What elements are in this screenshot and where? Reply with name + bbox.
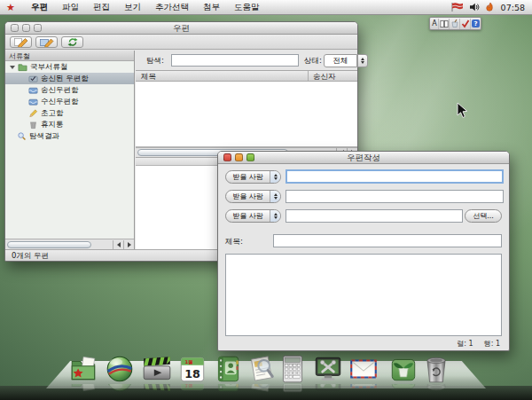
sidebar-horizontal-scrollbar[interactable] — [5, 239, 134, 249]
subject-label: 제목: — [225, 237, 243, 247]
close-button[interactable] — [11, 24, 19, 32]
tree-item-trash[interactable]: 휴지통 — [5, 119, 134, 130]
menu-edit[interactable]: 편집 — [86, 0, 117, 14]
state-dropdown[interactable]: 전체 — [324, 54, 357, 67]
dock-item-system-settings[interactable] — [312, 353, 344, 385]
menu-mail[interactable]: 우편 — [24, 0, 55, 14]
recipient-input-2[interactable] — [286, 190, 504, 203]
tree-item-local-folders[interactable]: 국부서류철 — [5, 61, 134, 73]
archive-box-icon — [387, 353, 419, 385]
compose-statusline: 렬: 1 행: 1 — [457, 339, 500, 349]
menu-options[interactable]: 추가선택 — [148, 0, 196, 14]
clock: 07:58 — [501, 3, 525, 12]
recipient-input-3[interactable] — [286, 209, 463, 223]
refresh-button[interactable] — [61, 36, 83, 48]
reply-icon — [39, 37, 55, 47]
search-label: 탐색: — [146, 56, 164, 67]
select-contact-button[interactable]: 선택... — [465, 209, 502, 223]
address-book-icon — [212, 353, 244, 385]
volume-icon[interactable] — [469, 2, 480, 12]
message-body-textarea[interactable] — [225, 254, 502, 336]
trash-icon — [28, 120, 38, 129]
tree-item-search-results[interactable]: 탐색결과 — [5, 130, 134, 142]
tree-label: 휴지통 — [41, 120, 64, 130]
recipient-label: 받을 사람 — [226, 171, 270, 183]
disclosure-triangle-icon[interactable] — [10, 66, 15, 69]
scroll-right-button[interactable] — [123, 240, 134, 249]
dock-item-calculator[interactable] — [277, 353, 309, 385]
tree-label: 탐색결과 — [29, 131, 59, 142]
recipient-row-2: 받을 사람 — [225, 190, 502, 204]
column-divider[interactable] — [308, 71, 309, 81]
search-input[interactable] — [171, 54, 299, 67]
zoom-button[interactable] — [34, 24, 42, 32]
calendar-day: 18 — [184, 367, 200, 380]
red-star-logo-icon[interactable]: ★ — [6, 1, 15, 14]
recipient-input-1[interactable] — [286, 169, 504, 184]
minimize-button[interactable] — [235, 153, 243, 161]
calendar-month: 1월 — [185, 359, 193, 365]
compose-window: 우편작성 받을 사람 받을 사람 받을 사람 선택... 제목: — [217, 151, 510, 351]
palette-check-icon[interactable] — [461, 19, 471, 29]
compose-window-titlebar[interactable]: 우편작성 — [218, 152, 509, 164]
menu-attach[interactable]: 첨부 — [196, 0, 227, 14]
ime-indicator-icon[interactable] — [486, 2, 495, 12]
recipient-stepper-icon — [270, 210, 280, 222]
refresh-icon — [66, 37, 79, 47]
reply-button[interactable] — [35, 36, 58, 48]
folder-icon — [18, 62, 27, 72]
mail-window-titlebar[interactable]: 우편 — [5, 22, 357, 35]
close-button[interactable] — [223, 153, 231, 161]
recipient-type-dropdown[interactable]: 받을 사람 — [225, 170, 281, 184]
message-list[interactable] — [136, 82, 357, 147]
search-row: 탐색: 상태: 전체 — [136, 51, 357, 70]
mailbox-check-icon — [28, 74, 38, 83]
compose-icon — [13, 37, 29, 47]
subject-input[interactable] — [273, 234, 502, 247]
scroll-left-button[interactable] — [113, 240, 123, 249]
mail-icon — [348, 353, 379, 385]
state-dropdown-stepper[interactable] — [357, 54, 368, 67]
outbox-icon — [28, 85, 38, 95]
recipient-type-dropdown[interactable]: 받을 사람 — [225, 190, 281, 203]
dock-item-calendar[interactable]: 1월 18 1월 18 — [176, 353, 208, 385]
tree-item-sent-mailbox[interactable]: 송신된 우편함 — [5, 73, 134, 84]
recipient-stepper-icon — [270, 171, 280, 183]
menubar: ★ 우편 파일 편집 보기 추가선택 첨부 도움말 07:58 — [0, 0, 532, 15]
palette-brush-cup-icon[interactable] — [450, 19, 460, 29]
palette-columns-icon[interactable] — [440, 19, 450, 29]
menu-file[interactable]: 파일 — [55, 0, 86, 14]
compose-body: 받을 사람 받을 사람 받을 사람 선택... 제목: 렬: — [218, 165, 509, 350]
message-list-header: 제목 송신자 — [136, 70, 357, 82]
tree-item-outbox[interactable]: 송신우편함 — [5, 84, 134, 96]
magnifier-icon — [17, 131, 27, 141]
recipient-type-dropdown[interactable]: 받을 사람 — [225, 209, 281, 223]
file-manager-icon — [68, 353, 100, 385]
help-icon: ? — [472, 20, 480, 27]
zoom-button[interactable] — [246, 153, 254, 161]
dock-item-address-book[interactable] — [212, 353, 244, 385]
mouse-cursor — [457, 102, 468, 119]
menu-view[interactable]: 보기 — [117, 0, 148, 14]
tree-item-inbox[interactable]: 수신우편함 — [5, 96, 134, 107]
menu-help[interactable]: 도움말 — [227, 0, 267, 14]
dock-item-media-player[interactable] — [141, 353, 173, 385]
palette-help-button[interactable]: ? — [472, 19, 481, 29]
folder-tree: 국부서류철 송신된 우편함 송신우편함 — [5, 61, 134, 239]
palette-font-button[interactable]: A — [430, 19, 439, 29]
dock-item-web-browser[interactable] — [104, 353, 136, 385]
tree-item-drafts[interactable]: 초고함 — [5, 107, 134, 119]
scrollbar-thumb[interactable] — [7, 241, 91, 248]
dock-item-trash[interactable] — [420, 353, 452, 385]
dock-item-document-viewer[interactable] — [246, 353, 278, 385]
folder-sidebar: 서류철 국부서류철 송신된 우편함 — [5, 51, 135, 249]
dock-item-file-manager[interactable] — [68, 353, 100, 385]
inbox-icon — [28, 97, 38, 106]
dock-item-mail[interactable] — [348, 353, 379, 385]
tree-label: 국부서류철 — [30, 62, 68, 73]
recipient-row-3: 받을 사람 선택... — [225, 209, 502, 224]
dock-item-archive-box[interactable] — [387, 353, 419, 385]
minimize-button[interactable] — [22, 24, 30, 32]
flag-icon[interactable] — [450, 2, 463, 12]
compose-button[interactable] — [10, 36, 32, 48]
